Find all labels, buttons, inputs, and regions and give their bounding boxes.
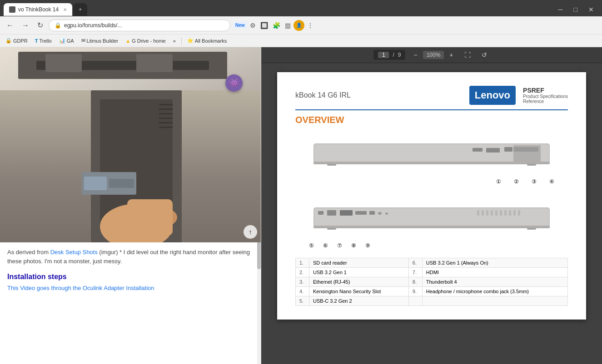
port-name-right: Headphone / microphone combo jack (3.5mm… <box>422 287 567 296</box>
settings-icon[interactable]: ⚙ <box>248 20 258 31</box>
all-bookmarks-label: All Bookmarks <box>195 38 227 44</box>
tab-new[interactable]: + <box>73 3 87 16</box>
forum-body-text: As derived from Desk Setup Shots (imgur)… <box>7 248 254 266</box>
minimize-btn[interactable]: ─ <box>554 6 567 13</box>
port-num-right <box>408 296 422 306</box>
alien-emoji: 👾 <box>229 78 240 89</box>
port-num-right: 8. <box>408 277 422 287</box>
scroll-up-btn[interactable]: ↑ <box>244 225 257 239</box>
svg-rect-42 <box>500 210 502 216</box>
strap-visual <box>0 47 245 90</box>
svg-rect-45 <box>513 210 516 216</box>
installation-section: Installation steps This Video goes throu… <box>7 273 254 291</box>
browser-chrome: vo ThinkBook 14 ✕ + ─ □ ✕ ← → ↻ 🔒 egpu.i… <box>0 0 602 47</box>
num5: ⑤ <box>309 242 314 249</box>
svg-rect-24 <box>473 148 483 152</box>
gdrive-label: G Drive - home <box>132 38 166 44</box>
zoom-in-btn[interactable]: + <box>447 50 456 59</box>
installation-heading: Installation steps <box>7 273 254 281</box>
desk-setup-link[interactable]: Desk Setup Shots <box>50 249 98 256</box>
table-row: 3. Ethernet (RJ-45) 8. Thunderbolt 4 <box>296 277 568 287</box>
port-name-right: USB 3.2 Gen 1 (Always On) <box>422 258 567 268</box>
lock-icon: 🔒 <box>55 22 61 29</box>
tab-bar: vo ThinkBook 14 ✕ + ─ □ ✕ <box>0 0 602 16</box>
bookmark-all[interactable]: ⭐ All Bookmarks <box>185 37 229 44</box>
svg-rect-11 <box>159 127 173 128</box>
svg-rect-14 <box>109 179 134 188</box>
close-btn[interactable]: ✕ <box>584 6 598 13</box>
svg-rect-33 <box>355 211 367 215</box>
forum-text-area: As derived from Desk Setup Shots (imgur)… <box>0 242 261 297</box>
bookmark-gdrive[interactable]: ▲ G Drive - home <box>124 37 167 44</box>
sidebar-icon[interactable]: ▥ <box>283 20 293 31</box>
bookmark-litmus[interactable]: ✉ Litmus Builder <box>80 37 120 44</box>
bookmark-ga[interactable]: 📊 GA <box>57 37 76 44</box>
page-total: 9 <box>398 52 401 58</box>
svg-rect-21 <box>504 147 512 152</box>
tab-active[interactable]: vo ThinkBook 14 ✕ <box>4 3 72 16</box>
laptop-left-view: ⑤ ⑥ ⑦ ⑧ ⑨ <box>295 198 568 249</box>
port-num-left: 4. <box>296 287 309 296</box>
svg-rect-37 <box>477 210 479 216</box>
maximize-btn[interactable]: □ <box>569 6 582 13</box>
page-separator: / <box>393 52 394 58</box>
installation-video-link[interactable]: This Video goes through the Oculink Adap… <box>7 285 154 291</box>
reload-btn[interactable]: ↻ <box>35 19 46 31</box>
port-name-right: Thunderbolt 4 <box>422 277 567 287</box>
litmus-icon: ✉ <box>81 38 85 44</box>
port-num-right: 7. <box>408 268 422 277</box>
extensions-icon[interactable]: 🔲 <box>259 20 270 31</box>
gdrive-icon: ▲ <box>125 38 130 44</box>
back-btn[interactable]: ← <box>4 20 16 31</box>
port-num-left: 1. <box>296 258 309 268</box>
tab-favicon <box>9 6 15 13</box>
new-badge[interactable]: New <box>233 22 247 29</box>
profile-avatar[interactable]: 👤 <box>294 20 304 31</box>
litmus-label: Litmus Builder <box>87 38 119 44</box>
svg-rect-38 <box>482 210 484 216</box>
tab-close-btn[interactable]: ✕ <box>63 7 67 12</box>
window-controls: ─ □ ✕ <box>554 6 598 13</box>
forward-btn[interactable]: → <box>19 20 32 31</box>
bookmark-more[interactable]: » <box>171 37 178 44</box>
menu-icon[interactable]: ⋮ <box>305 20 315 31</box>
table-row: 2. USB 3.2 Gen 1 7. HDMI <box>296 268 568 277</box>
separator <box>181 37 182 44</box>
laptop-left-svg <box>304 198 559 239</box>
psref-sub2: Reference <box>523 99 568 104</box>
bottom-image: ↑ <box>0 90 261 242</box>
more-label: » <box>173 38 176 44</box>
pdf-nav-controls: / 9 <box>373 50 405 60</box>
zoom-out-btn[interactable]: − <box>411 50 420 59</box>
port-name-left: USB 3.2 Gen 1 <box>309 268 409 277</box>
bookmarks-bar: 🔒 GDPR T Trello 📊 GA ✉ Litmus Builder ▲ … <box>0 34 602 47</box>
fullscreen-btn[interactable]: ⛶ <box>462 50 473 59</box>
trello-icon: T <box>35 38 38 44</box>
port-name-left: Kensington Nano Security Slot <box>309 287 409 296</box>
svg-rect-17 <box>127 199 173 236</box>
svg-rect-13 <box>84 177 107 190</box>
adapter-visual <box>0 90 245 242</box>
zoom-level: 100% <box>423 51 444 59</box>
svg-rect-31 <box>327 210 336 216</box>
rotate-btn[interactable]: ↺ <box>479 50 490 59</box>
puzzle-icon[interactable]: 🧩 <box>271 20 282 31</box>
tab-add-icon: + <box>79 6 82 13</box>
bookmark-gdpr[interactable]: 🔒 GDPR <box>4 37 30 44</box>
alien-bot-icon[interactable]: 👾 <box>225 74 243 92</box>
bookmark-trello[interactable]: T Trello <box>33 37 54 44</box>
ga-icon: 📊 <box>59 38 65 44</box>
num6: ⑥ <box>323 242 328 249</box>
port-num-right: 6. <box>408 258 422 268</box>
extensions-area: New ⚙ 🔲 🧩 ▥ 👤 ⋮ <box>233 20 315 31</box>
svg-rect-48 <box>327 228 336 230</box>
pdf-content: kBook 14 G6 IRL Lenovo PSREF Product Spe… <box>261 63 602 364</box>
logo-area: Lenovo PSREF Product Specifications Refe… <box>469 86 568 105</box>
page-number-input[interactable] <box>378 52 389 58</box>
pdf-page: kBook 14 G6 IRL Lenovo PSREF Product Spe… <box>277 72 586 320</box>
left-panel: 👾 <box>0 47 261 364</box>
svg-rect-46 <box>518 210 520 216</box>
url-bar[interactable]: 🔒 egpu.io/forums/builds/... <box>49 20 230 31</box>
svg-rect-30 <box>318 211 323 215</box>
lenovo-logo: Lenovo <box>469 86 516 105</box>
